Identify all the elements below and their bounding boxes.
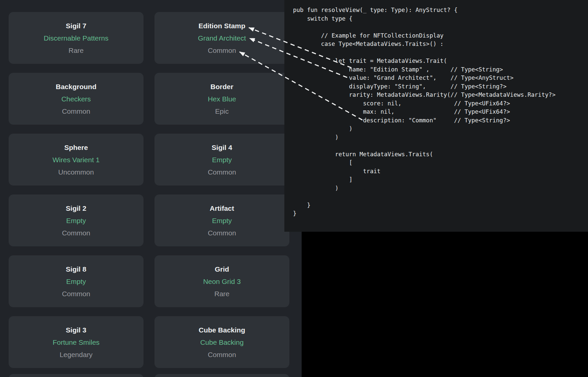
trait-rarity: Legendary — [59, 348, 92, 361]
trait-value: Grand Architect — [198, 32, 246, 44]
trait-value: Hex Blue — [208, 93, 236, 105]
trait-rarity: Common — [208, 44, 236, 57]
trait-name: Sigil 2 — [66, 202, 86, 214]
trait-name: Sigil 8 — [66, 263, 86, 275]
partial-trait-card — [154, 374, 289, 377]
traits-grid: Sigil 7 Discernable Patterns Rare Editio… — [9, 12, 289, 368]
trait-value: Checkers — [61, 93, 91, 105]
page: Sigil 7 Discernable Patterns Rare Editio… — [0, 0, 588, 377]
trait-rarity: Rare — [214, 288, 230, 300]
trait-card-artifact: Artifact Empty Common — [154, 194, 289, 246]
trait-name: Sphere — [64, 141, 88, 154]
trait-card-background: Background Checkers Common — [9, 73, 144, 125]
trait-rarity: Epic — [215, 105, 229, 117]
trait-name: Sigil 4 — [212, 141, 232, 154]
trait-card-sigil-4: Sigil 4 Empty Common — [154, 134, 289, 186]
trait-value: Fortune Smiles — [52, 336, 99, 348]
trait-name: Cube Backing — [199, 324, 245, 336]
code-panel: pub fun resolveView(_ type: Type): AnySt… — [284, 0, 588, 232]
trait-rarity: Common — [62, 288, 90, 300]
trait-card-sigil-7: Sigil 7 Discernable Patterns Rare — [9, 12, 144, 64]
trait-value: Discernable Patterns — [44, 32, 109, 44]
trait-value: Empty — [66, 275, 86, 288]
trait-rarity: Common — [208, 348, 236, 361]
partial-trait-card — [9, 374, 144, 377]
trait-card-grid: Grid Neon Grid 3 Rare — [154, 255, 289, 307]
trait-card-sphere: Sphere Wires Varient 1 Uncommon — [9, 134, 144, 186]
trait-name: Background — [56, 80, 97, 93]
trait-card-edition-stamp: Edition Stamp Grand Architect Common — [154, 12, 289, 64]
trait-rarity: Common — [62, 105, 90, 117]
trait-rarity: Uncommon — [58, 166, 94, 178]
trait-name: Sigil 7 — [66, 20, 86, 32]
trait-value: Empty — [212, 214, 232, 227]
trait-card-border: Border Hex Blue Epic — [154, 73, 289, 125]
trait-name: Artifact — [210, 202, 234, 214]
trait-name: Grid — [215, 263, 229, 275]
trait-rarity: Common — [208, 166, 236, 178]
trait-card-sigil-3: Sigil 3 Fortune Smiles Legendary — [9, 316, 144, 368]
trait-value: Empty — [212, 154, 232, 166]
code-snippet: pub fun resolveView(_ type: Type): AnySt… — [284, 0, 588, 218]
trait-card-sigil-8: Sigil 8 Empty Common — [9, 255, 144, 307]
trait-name: Edition Stamp — [198, 20, 245, 32]
trait-rarity: Common — [208, 227, 236, 239]
trait-name: Border — [211, 80, 234, 93]
trait-rarity: Rare — [68, 44, 84, 57]
trait-card-sigil-2: Sigil 2 Empty Common — [9, 194, 144, 246]
trait-value: Wires Varient 1 — [52, 154, 100, 166]
trait-value: Cube Backing — [200, 336, 244, 348]
trait-rarity: Common — [62, 227, 90, 239]
trait-value: Neon Grid 3 — [203, 275, 241, 288]
trait-card-cube-backing: Cube Backing Cube Backing Common — [154, 316, 289, 368]
trait-name: Sigil 3 — [66, 324, 86, 336]
traits-panel: Sigil 7 Discernable Patterns Rare Editio… — [0, 0, 302, 377]
trait-value: Empty — [66, 214, 86, 227]
